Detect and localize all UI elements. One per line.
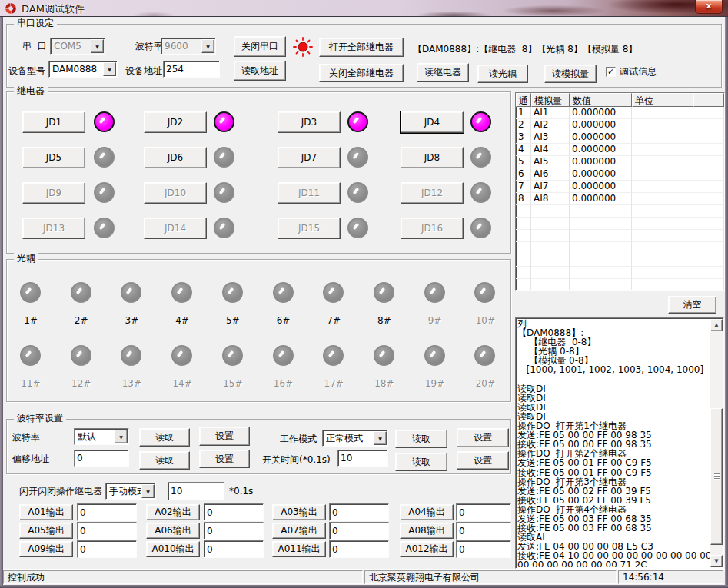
read-address-button[interactable]: 读取地址	[234, 61, 286, 81]
table-cell	[570, 230, 632, 242]
set-offset-button[interactable]: 设置	[199, 450, 250, 468]
output-button-ao10[interactable]: A010输出	[146, 541, 200, 557]
baudrate-select[interactable]: 默认 ▼	[74, 428, 129, 445]
output-value-input-ao5[interactable]	[77, 522, 137, 540]
flash-mode-select[interactable]: 手动模式 ▼	[105, 483, 156, 500]
log-scrollbar[interactable]: ▲ ▼	[710, 319, 723, 567]
port-label: 串 口	[22, 41, 47, 51]
analog-values-table[interactable]: 通模拟量数值单位1AI10.0000002AI20.0000003AI30.00…	[515, 92, 725, 291]
table-row[interactable]: 1AI10.000000	[516, 107, 724, 119]
table-row[interactable]	[516, 218, 724, 230]
opto-label-12: 12#	[64, 378, 99, 389]
output-button-ao4[interactable]: A04输出	[400, 504, 454, 520]
output-value-input-ao10[interactable]	[204, 540, 264, 558]
clear-log-button[interactable]: 清空	[668, 296, 716, 314]
table-row[interactable]: 5AI50.000000	[516, 156, 724, 168]
table-cell	[632, 156, 693, 168]
relay-group-label: 继电器	[14, 85, 48, 97]
relay-button-jd2[interactable]: JD2	[144, 111, 207, 133]
scrollbar-thumb[interactable]	[710, 408, 723, 545]
table-row[interactable]	[516, 254, 724, 267]
output-value-input-ao6[interactable]	[204, 522, 264, 540]
table-row[interactable]: 4AI40.000000	[516, 144, 724, 156]
work-mode-select[interactable]: 正常模式 ▼	[322, 430, 388, 447]
table-row[interactable]: 8AI80.000000	[516, 193, 724, 205]
output-value-input-ao3[interactable]	[329, 503, 389, 521]
debug-info-checkbox[interactable]: ✓	[606, 67, 616, 77]
relay-button-jd3[interactable]: JD3	[278, 111, 341, 133]
output-button-ao3[interactable]: A03输出	[272, 504, 326, 520]
device-model-select[interactable]: DAM0888 ▼	[48, 61, 118, 78]
table-row[interactable]	[516, 205, 724, 218]
read-opto-button[interactable]: 读光耦	[477, 65, 528, 83]
output-button-ao2[interactable]: A02输出	[146, 504, 200, 520]
scroll-up-icon[interactable]: ▲	[710, 319, 723, 331]
offset-address-input[interactable]	[74, 450, 129, 467]
table-header-cell[interactable]: 数值	[570, 93, 632, 107]
set-baudrate-button[interactable]: 设置	[199, 427, 250, 446]
relay-button-jd8[interactable]: JD8	[401, 147, 464, 168]
read-baudrate-button[interactable]: 读取	[139, 428, 190, 447]
table-cell	[531, 242, 570, 254]
table-row[interactable]	[516, 279, 724, 291]
table-cell	[693, 131, 724, 144]
output-button-ao12[interactable]: A012输出	[400, 541, 454, 557]
output-value-input-ao8[interactable]	[456, 522, 511, 540]
table-row[interactable]: 2AI20.000000	[516, 119, 724, 131]
close-button[interactable]: x	[695, 0, 723, 14]
output-button-ao9[interactable]: A09输出	[19, 541, 73, 557]
table-header-cell[interactable]: 通	[516, 93, 531, 107]
output-value-input-ao4[interactable]	[456, 503, 511, 521]
relay-button-jd1[interactable]: JD1	[22, 111, 85, 133]
set-work-mode-button[interactable]: 设置	[457, 428, 509, 447]
opto-label-14: 14#	[165, 378, 200, 389]
table-cell	[693, 242, 724, 254]
table-header-row: 通模拟量数值单位	[516, 93, 724, 107]
read-offset-button[interactable]: 读取	[139, 451, 190, 470]
table-header-cell[interactable]: 单位	[632, 93, 693, 107]
relay-button-jd7[interactable]: JD7	[278, 147, 341, 168]
open-all-relays-button[interactable]: 打开全部继电器	[319, 38, 404, 57]
output-value-input-ao12[interactable]	[456, 540, 511, 558]
opto-label-10: 10#	[467, 315, 503, 326]
table-header-cell[interactable]	[693, 93, 724, 107]
output-button-ao1[interactable]: A01输出	[19, 504, 73, 520]
relay-button-jd6[interactable]: JD6	[144, 147, 207, 168]
close-all-relays-button[interactable]: 关闭全部继电器	[319, 64, 404, 82]
scroll-down-icon[interactable]: ▼	[710, 555, 723, 567]
read-work-mode-button[interactable]: 读取	[395, 430, 447, 448]
relay-led-jd5	[94, 147, 115, 168]
table-row[interactable]: 3AI30.000000	[516, 131, 724, 144]
output-button-ao5[interactable]: A05输出	[19, 523, 73, 539]
output-value-input-ao1[interactable]	[77, 503, 137, 521]
switch-time-input[interactable]	[337, 450, 388, 467]
table-header-cell[interactable]: 模拟量	[531, 93, 570, 107]
log-text: 列【DAM0888】: 【继电器 0-8】 【光耦 0-8】 【模拟量 0-8】…	[517, 319, 710, 567]
output-value-input-ao2[interactable]	[204, 503, 264, 521]
set-switch-time-button[interactable]: 设置	[457, 451, 509, 470]
output-button-ao8[interactable]: A08输出	[400, 523, 454, 539]
read-analog-button[interactable]: 读模拟量	[544, 65, 597, 83]
output-value-input-ao11[interactable]	[329, 540, 389, 558]
flash-time-input[interactable]	[168, 482, 224, 500]
device-address-input[interactable]	[163, 61, 220, 78]
table-row[interactable]	[516, 267, 724, 279]
output-value-input-ao7[interactable]	[329, 522, 389, 540]
read-switch-time-button[interactable]: 读取	[395, 453, 447, 471]
table-cell	[516, 267, 531, 279]
table-row[interactable]	[516, 242, 724, 254]
table-row[interactable]	[516, 230, 724, 242]
table-row[interactable]: 6AI60.000000	[516, 168, 724, 181]
output-value-input-ao9[interactable]	[77, 540, 137, 558]
relay-button-jd5[interactable]: JD5	[22, 147, 85, 168]
close-port-button[interactable]: 关闭串口	[234, 36, 286, 57]
relay-button-jd4[interactable]: JD4	[401, 111, 464, 133]
table-row[interactable]: 7AI70.000000	[516, 181, 724, 193]
output-button-ao6[interactable]: A06输出	[146, 523, 200, 539]
offset-address-label: 偏移地址	[12, 453, 49, 464]
opto-label-13: 13#	[114, 378, 149, 389]
output-button-ao7[interactable]: A07输出	[272, 523, 326, 539]
debug-log-box[interactable]: 列【DAM0888】: 【继电器 0-8】 【光耦 0-8】 【模拟量 0-8】…	[515, 317, 724, 569]
output-button-ao11[interactable]: A011输出	[272, 541, 326, 557]
read-relays-button[interactable]: 读继电器	[417, 63, 469, 82]
